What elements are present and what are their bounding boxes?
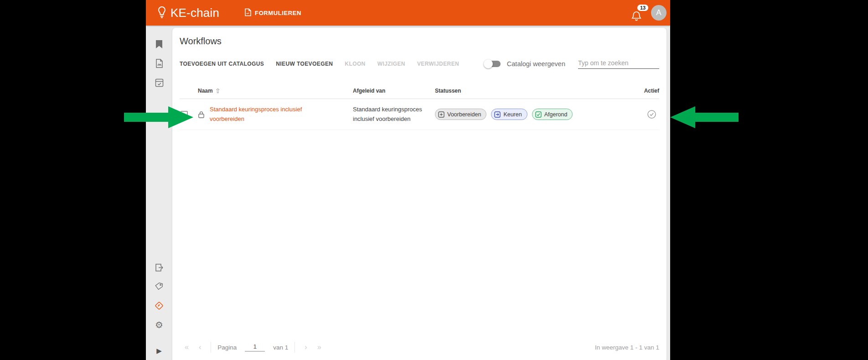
nav-formulieren-label: FORMULIEREN [255,10,301,16]
sidebar-item-export[interactable] [154,262,164,272]
catalogi-toggle[interactable] [485,61,501,67]
workflow-name-link[interactable]: Standaard keuringsproces inclusief voorb… [210,105,330,124]
row-name-cell: Standaard keuringsproces inclusief voorb… [198,105,353,124]
workflows-panel: Workflows TOEVOEGEN UIT CATALOGUS NIEUW … [172,28,666,360]
ke-chain-app-window: KE-chain FORMULIEREN [146,0,670,360]
notifications-button[interactable]: 13 [631,4,646,22]
page-word-label: Pagina [217,344,237,351]
brand-logo[interactable]: KE-chain [157,5,219,20]
sidebar-item-workflows-active[interactable] [154,301,164,311]
plus-square-icon [438,111,444,118]
toolbar-right-cluster: Catalogi weergeven [485,58,659,69]
annotation-arrow-left [124,106,193,128]
delete-button[interactable]: VERWIJDEREN [417,61,459,67]
left-sidebar: ⚙ ▶ [146,26,172,360]
page-number-input[interactable]: 1 [245,343,265,352]
signpost-icon [155,301,164,310]
sidebar-item-bookmarks[interactable] [154,39,164,49]
workflows-toolbar: TOEVOEGEN UIT CATALOGUS NIEUW TOEVOEGEN … [180,58,659,69]
notification-count-badge: 13 [637,5,648,11]
avatar-initial: A [656,8,661,17]
check-circle-icon [647,110,656,119]
prev-page-button[interactable]: ‹ [199,343,201,351]
file-image-icon [155,59,163,68]
column-header-actief[interactable]: Actief [634,88,659,94]
tags-icon [155,282,164,291]
pagination-summary: In weergave 1 - 1 van 1 [595,344,659,351]
sidebar-item-tasks[interactable] [154,78,164,88]
expand-arrow-icon: ▶ [156,347,162,354]
first-page-button[interactable]: « [185,343,189,351]
page-of-label: van 1 [273,344,288,351]
box-check-icon [155,78,164,87]
column-header-statussen[interactable]: Statussen [435,88,634,94]
pagination-bar: « ‹ Pagina 1 van 1 › » In weergave 1 - 1… [180,335,659,360]
arrow-square-icon [494,111,501,118]
search-box [578,58,659,69]
nav-formulieren[interactable]: FORMULIEREN [244,8,301,18]
table-empty-space [180,130,659,335]
app-header: KE-chain FORMULIEREN [146,0,670,26]
edit-button[interactable]: WIJZIGEN [377,61,405,67]
status-chip-keuren[interactable]: Keuren [491,109,527,120]
toggle-knob [484,59,493,68]
pager-divider [294,342,295,353]
column-header-naam[interactable]: Naam ⇧ [198,87,353,94]
user-avatar[interactable]: A [651,5,666,21]
row-active-cell [634,110,659,119]
clone-button[interactable]: KLOON [345,61,365,67]
column-header-afgeleid-van[interactable]: Afgeleid van [353,88,435,94]
search-input[interactable] [578,59,661,67]
catalogi-toggle-label: Catalogi weergeven [507,60,565,68]
status-chip-afgerond[interactable]: Afgerond [532,109,573,120]
next-page-button[interactable]: › [305,343,307,351]
table-header-row: Naam ⇧ Afgeleid van Statussen Actief [180,83,659,99]
add-from-catalog-button[interactable]: TOEVOEGEN UIT CATALOGUS [180,61,264,67]
lightbulb-icon [157,5,167,20]
row-statuses-cell: Voorbereiden Keuren [435,109,634,120]
lock-icon [198,110,205,119]
sidebar-expand-button[interactable]: ▶ [154,345,164,355]
row-derived-from-cell: Standaard keuringsproces inclusief voorb… [353,105,435,123]
header-right-cluster: 13 A [631,4,666,22]
bookmark-icon [155,40,163,49]
workflow-table-row[interactable]: Standaard keuringsproces inclusief voorb… [180,99,659,130]
brand-name: KE-chain [170,6,219,20]
export-icon [155,263,164,272]
pager-divider [211,342,211,353]
sidebar-item-tags[interactable] [154,282,164,292]
annotation-arrow-right [670,106,739,128]
sort-ascending-icon[interactable]: ⇧ [215,87,221,94]
add-new-button[interactable]: NIEUW TOEVOEGEN [276,61,333,67]
page-title: Workflows [180,36,659,47]
status-chip-voorbereiden[interactable]: Voorbereiden [435,109,486,120]
sidebar-item-settings[interactable]: ⚙ [154,320,164,330]
stage: KE-chain FORMULIEREN [0,0,868,360]
last-page-button[interactable]: » [317,343,321,351]
check-square-icon [535,111,542,118]
form-document-icon [244,8,252,18]
sidebar-bottom-group: ⚙ ▶ [154,262,164,357]
bell-icon [631,10,642,22]
sidebar-item-documents[interactable] [154,58,164,68]
gear-icon: ⚙ [155,320,163,329]
